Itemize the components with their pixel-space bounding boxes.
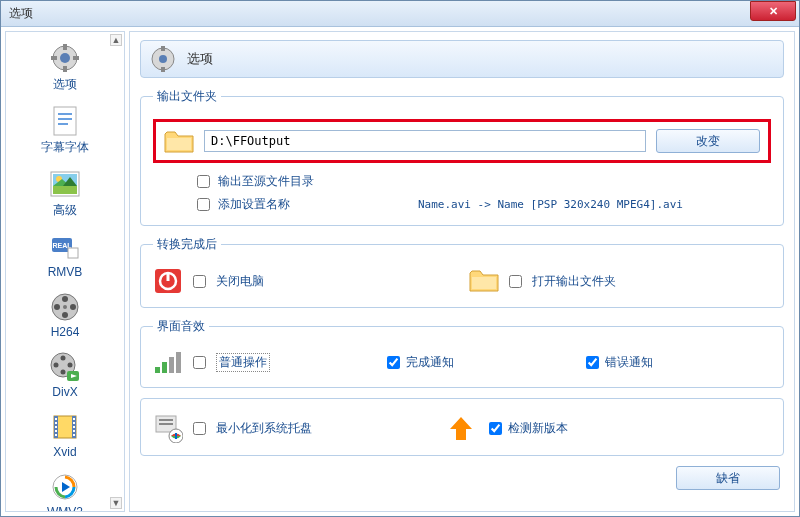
- svg-point-23: [70, 304, 76, 310]
- arrow-up-icon: [447, 414, 475, 442]
- scroll-down-icon[interactable]: ▼: [110, 497, 122, 509]
- tray-icon: [153, 413, 183, 443]
- svg-rect-56: [155, 367, 160, 373]
- svg-point-26: [61, 356, 66, 361]
- svg-point-20: [62, 296, 68, 302]
- output-legend: 输出文件夹: [153, 88, 221, 105]
- signal-bars-icon: [153, 349, 183, 375]
- svg-point-1: [60, 53, 70, 63]
- svg-point-22: [54, 304, 60, 310]
- sidebar-item-options[interactable]: 选项: [6, 38, 124, 101]
- sound-normal-op: 普通操作: [153, 349, 373, 375]
- tray-row: 最小化到系统托盘 检测新版本: [153, 413, 771, 443]
- checkbox-done-notify[interactable]: [387, 356, 400, 369]
- checkbox-minimize-tray[interactable]: [193, 422, 206, 435]
- footer: 缺省: [140, 466, 784, 490]
- svg-rect-38: [55, 430, 57, 432]
- label-shutdown: 关闭电脑: [216, 273, 264, 290]
- sidebar-item-subtitle-font[interactable]: 字幕字体: [6, 101, 124, 164]
- misc-group: 最小化到系统托盘 检测新版本: [140, 398, 784, 456]
- sidebar-item-rmvb[interactable]: REAL RMVB: [6, 227, 124, 287]
- svg-rect-55: [472, 277, 496, 289]
- folder-open-icon: [469, 267, 499, 295]
- sidebar-item-xvid[interactable]: Xvid: [6, 407, 124, 467]
- sidebar: ▲ 选项 字幕字体 高级: [5, 31, 125, 512]
- real-icon: REAL: [49, 231, 81, 263]
- checkbox-check-update[interactable]: [489, 422, 502, 435]
- svg-rect-37: [55, 426, 57, 428]
- checkbox-add-preset[interactable]: [197, 198, 210, 211]
- checkbox-shutdown[interactable]: [193, 275, 206, 288]
- svg-point-24: [63, 305, 67, 309]
- label-open-folder: 打开输出文件夹: [532, 273, 616, 290]
- sidebar-item-label: DivX: [52, 385, 77, 399]
- options-header-icon: [149, 45, 177, 73]
- sidebar-item-wmv2[interactable]: WMV2: [6, 467, 124, 511]
- default-button[interactable]: 缺省: [676, 466, 780, 490]
- svg-rect-7: [58, 113, 72, 115]
- sound-legend: 界面音效: [153, 318, 209, 335]
- svg-rect-5: [73, 56, 79, 60]
- panel-title: 选项: [187, 50, 213, 68]
- svg-rect-61: [159, 419, 173, 421]
- svg-rect-6: [54, 107, 76, 135]
- preset-example-text: Name.avi -> Name [PSP 320x240 MPEG4].avi: [418, 198, 683, 211]
- svg-rect-18: [68, 248, 78, 258]
- row-output-source: 输出至源文件目录: [197, 173, 771, 190]
- sidebar-item-label: 选项: [53, 76, 77, 93]
- row-add-preset: 添加设置名称 Name.avi -> Name [PSP 320x240 MPE…: [197, 196, 771, 213]
- update-check: 检测新版本: [489, 420, 568, 437]
- close-icon: ✕: [769, 5, 778, 18]
- options-window: 选项 ✕ ▲ 选项 字幕字体: [0, 0, 800, 517]
- svg-rect-2: [63, 44, 67, 50]
- svg-rect-15: [53, 186, 77, 194]
- svg-rect-36: [55, 422, 57, 424]
- svg-rect-41: [73, 422, 75, 424]
- svg-rect-49: [161, 46, 165, 51]
- folder-icon: [164, 128, 194, 154]
- output-path-input[interactable]: [204, 130, 646, 152]
- output-folder-group: 输出文件夹 改变 输出至源文件目录 添加设置名称 Name.avi -> Nam…: [140, 88, 784, 226]
- checkbox-error-notify[interactable]: [586, 356, 599, 369]
- svg-rect-51: [167, 138, 191, 150]
- close-button[interactable]: ✕: [750, 1, 796, 21]
- label-done-notify: 完成通知: [406, 354, 454, 371]
- sidebar-item-advanced[interactable]: 高级: [6, 164, 124, 227]
- sidebar-item-label: 字幕字体: [41, 139, 89, 156]
- svg-rect-9: [58, 123, 68, 125]
- checkbox-output-source[interactable]: [197, 175, 210, 188]
- svg-rect-54: [167, 272, 170, 281]
- svg-rect-4: [51, 56, 57, 60]
- svg-rect-59: [176, 352, 181, 373]
- sidebar-item-label: H264: [51, 325, 80, 339]
- svg-rect-43: [73, 430, 75, 432]
- label-check-update: 检测新版本: [508, 420, 568, 437]
- sidebar-item-divx[interactable]: DivX: [6, 347, 124, 407]
- tray-min: 最小化到系统托盘: [153, 413, 433, 443]
- client-area: ▲ 选项 字幕字体 高级: [1, 27, 799, 516]
- sidebar-item-h264[interactable]: H264: [6, 287, 124, 347]
- svg-rect-57: [162, 362, 167, 373]
- svg-point-29: [68, 363, 73, 368]
- label-error-notify: 错误通知: [605, 354, 653, 371]
- label-normal-op: 普通操作: [216, 353, 270, 372]
- picture-icon: [49, 168, 81, 200]
- window-title: 选项: [9, 5, 33, 22]
- sound-done-notify: 完成通知: [387, 354, 572, 371]
- checkbox-normal-op[interactable]: [193, 356, 206, 369]
- titlebar[interactable]: 选项 ✕: [1, 1, 799, 27]
- sound-error-notify: 错误通知: [586, 354, 771, 371]
- label-minimize-tray: 最小化到系统托盘: [216, 420, 312, 437]
- svg-point-21: [62, 312, 68, 318]
- svg-rect-35: [55, 418, 57, 420]
- after-convert-group: 转换完成后 关闭电脑 打开输出文件夹: [140, 236, 784, 308]
- checkbox-open-folder[interactable]: [509, 275, 522, 288]
- panel-header: 选项: [140, 40, 784, 78]
- main-panel: 选项 输出文件夹 改变 输出至源文件目录 添加设置名称: [129, 31, 795, 512]
- change-button[interactable]: 改变: [656, 129, 760, 153]
- svg-rect-62: [159, 423, 173, 425]
- sidebar-item-label: 高级: [53, 202, 77, 219]
- film-strip-icon: [49, 411, 81, 443]
- label-add-preset: 添加设置名称: [218, 196, 290, 213]
- scroll-up-icon[interactable]: ▲: [110, 34, 122, 46]
